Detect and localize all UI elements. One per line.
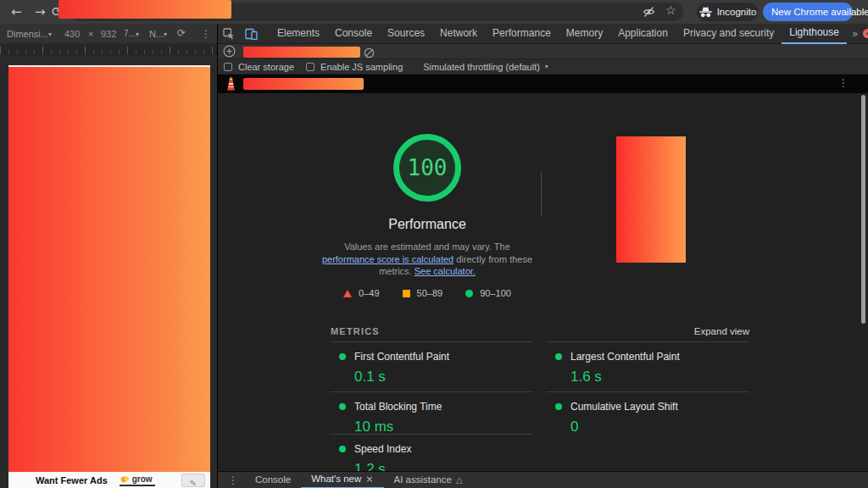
device-emulation-pane: Dimensi... ▾ 430 × 932 7... ▾ N... ▾ ⟳ ⋮… (0, 24, 217, 488)
metric-label: Total Blocking Time (354, 401, 442, 413)
drawer-tab-label: What's new (311, 472, 361, 486)
incognito-badge: Incognito (697, 3, 758, 21)
errors-badge[interactable]: × 8 (863, 29, 868, 39)
scrollbar-thumb[interactable] (861, 95, 865, 324)
metric-pass-dot-icon (555, 403, 562, 410)
see-calculator-link[interactable]: See calculator. (415, 266, 476, 276)
rotate-device-icon[interactable]: ⟳ (177, 27, 186, 39)
chevron-down-icon: ▾ (545, 63, 548, 70)
score-legend: 0–49 50–89 90–100 (320, 288, 535, 298)
pass-circle-icon (465, 290, 473, 297)
clear-storage-label: Clear storage (238, 62, 294, 72)
disclaimer-text: Values are estimated and may vary. The (344, 241, 510, 252)
redacted-report-name-overlay (243, 47, 360, 58)
device-toolbar-toggle-icon[interactable] (240, 28, 263, 40)
ad-brand-logo[interactable]: grow (120, 474, 155, 486)
metric-pass-dot-icon (555, 353, 562, 360)
zoom-select[interactable]: 7... (124, 29, 136, 38)
incognito-label: Incognito (717, 7, 757, 17)
metric-value: 1.2 s (354, 461, 533, 471)
update-chrome-button[interactable]: New Chrome available ⋮ (763, 3, 853, 21)
pencil-icon: ✎ (190, 479, 197, 488)
metrics-section-title: METRICS (331, 326, 380, 336)
report-menu-icon[interactable]: ⋮ (838, 77, 849, 89)
tab-console[interactable]: Console (327, 24, 380, 44)
legend-average: 50–89 (403, 288, 443, 298)
close-icon[interactable]: × (365, 472, 373, 486)
drawer-tab-label: Console (255, 472, 291, 488)
metric-label: Largest Contentful Paint (570, 351, 680, 363)
experiment-icon: △ (456, 472, 463, 488)
metric-value: 10 ms (354, 419, 533, 435)
lighthouse-logo-icon (225, 76, 236, 94)
devtools-tabbar: Elements Console Sources Network Perform… (218, 24, 868, 44)
lighthouse-report: 100 Performance Values are estimated and… (218, 93, 868, 471)
throttling-select[interactable]: N... (149, 29, 164, 39)
eye-off-icon[interactable] (643, 6, 655, 21)
devtools-panel: Elements Console Sources Network Perform… (217, 24, 868, 488)
tab-elements[interactable]: Elements (270, 24, 327, 44)
browser-toolbar: ← → ⟳ ☆ Incognito New Chrome available ⋮ (0, 0, 868, 24)
tab-lighthouse[interactable]: Lighthouse (782, 24, 847, 44)
drawer-tab-ai-assistance[interactable]: AI assistance △ (384, 472, 473, 488)
device-toolbar-menu-icon[interactable]: ⋮ (201, 28, 211, 40)
more-tabs-icon[interactable]: » (847, 28, 863, 40)
bookmark-star-icon[interactable]: ☆ (665, 3, 676, 17)
redacted-url-overlay (58, 0, 231, 19)
ad-choices-button[interactable]: ✎ (181, 474, 205, 487)
drawer-tab-console[interactable]: Console (245, 472, 301, 488)
metric-pass-dot-icon (339, 353, 346, 360)
performance-score-gauge[interactable]: 100 (393, 134, 461, 202)
device-height-input[interactable]: 932 (101, 29, 116, 39)
category-title: Performance (320, 217, 535, 232)
device-width-input[interactable]: 430 (64, 29, 80, 39)
dimensions-select[interactable]: Dimensi... (7, 29, 48, 39)
chevron-down-icon: ▾ (164, 30, 167, 38)
report-header: ⋮ (218, 75, 868, 93)
redacted-report-url-overlay (243, 78, 364, 90)
throttling-select[interactable]: Simulated throttling (default) ▾ (423, 62, 548, 72)
devtools-drawer: ⋮ Console What's new × AI assistance △ (218, 471, 868, 488)
ad-title: Want Fewer Ads (36, 475, 108, 485)
metric-pass-dot-icon (339, 446, 346, 452)
page-screenshot-thumbnail[interactable] (616, 136, 686, 263)
clear-storage-checkbox[interactable] (224, 63, 232, 71)
tab-performance[interactable]: Performance (485, 24, 559, 44)
back-icon[interactable]: ← (11, 5, 22, 19)
metric-card-lcp: Largest Contentful Paint 1.6 s (546, 341, 749, 385)
browser-window: ← → ⟳ ☆ Incognito New Chrome available ⋮… (0, 0, 868, 488)
metric-label: First Contentful Paint (354, 351, 449, 363)
dimension-separator: × (88, 29, 93, 39)
tab-memory[interactable]: Memory (559, 24, 610, 44)
js-sampling-checkbox[interactable] (306, 63, 314, 71)
throttling-select-value: Simulated throttling (default) (423, 62, 540, 72)
tab-sources[interactable]: Sources (380, 24, 432, 44)
legend-average-range: 50–89 (417, 288, 443, 298)
page-viewport-gradient[interactable] (8, 65, 210, 472)
tab-privacy-and-security[interactable]: Privacy and security (676, 24, 782, 44)
inspect-element-icon[interactable] (218, 28, 240, 40)
update-chrome-label: New Chrome available (771, 7, 868, 17)
metric-value: 0.1 s (354, 369, 533, 385)
chevron-down-icon: ▾ (136, 30, 139, 38)
metric-card-cls: Cumulative Layout Shift 0 (546, 391, 749, 435)
legend-fail: 0–49 (343, 288, 379, 298)
metric-label: Speed Index (354, 443, 411, 455)
forward-icon[interactable]: → (35, 5, 46, 19)
device-toolbar: Dimensi... ▾ 430 × 932 7... ▾ N... ▾ ⟳ ⋮ (0, 24, 217, 44)
new-audit-plus-icon[interactable] (218, 45, 240, 58)
metric-value: 0 (570, 419, 749, 435)
score-calculated-link[interactable]: performance score is calculated (322, 254, 453, 264)
expand-view-button[interactable]: Expand view (694, 326, 749, 336)
drawer-tab-whats-new[interactable]: What's new × (301, 472, 383, 488)
legend-pass: 90–100 (465, 288, 511, 298)
performance-score-value: 100 (408, 155, 448, 180)
ad-banner[interactable]: Want Fewer Ads grow ✎ (8, 472, 210, 488)
grow-logo-icon (120, 474, 130, 484)
tab-application[interactable]: Application (610, 24, 676, 44)
tab-network[interactable]: Network (432, 24, 485, 44)
drawer-tab-label: AI assistance (394, 472, 452, 488)
metric-card-speed-index: Speed Index 1.2 s (330, 434, 533, 471)
drawer-menu-icon[interactable]: ⋮ (218, 474, 245, 486)
metric-card-fcp: First Contentful Paint 0.1 s (330, 341, 533, 385)
